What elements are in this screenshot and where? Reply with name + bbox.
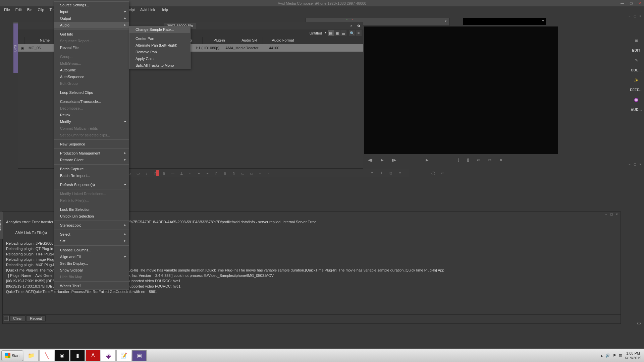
menu-bin[interactable]: Bin	[24, 7, 35, 12]
tl-record-icon[interactable]: ◯	[430, 170, 436, 176]
tray-flag-icon[interactable]: ⚑	[613, 353, 616, 358]
close-button[interactable]: ✕	[635, 0, 644, 6]
timeline-close-icon[interactable]: ×	[638, 162, 643, 167]
tl-btn-2[interactable]: ▭	[135, 170, 141, 176]
panel-close-icon[interactable]: ×	[638, 14, 643, 18]
mark-clip-icon[interactable]: ][	[467, 158, 469, 162]
effects-workspace-icon[interactable]: ✨	[633, 77, 640, 83]
submenuitem-center-pan[interactable]: Center Pan	[129, 35, 190, 42]
menuitem-unlock-bin-selection[interactable]: Unlock Bin Selection	[54, 213, 129, 220]
task-terminal-icon[interactable]: ▮	[70, 350, 85, 361]
menuitem-new-sequence[interactable]: New Sequence	[54, 141, 129, 147]
tl-btn-6[interactable]: —	[170, 170, 176, 176]
play2-icon[interactable]: ▶	[426, 158, 428, 162]
menuitem-input[interactable]: Input	[54, 8, 129, 15]
tl-btn-13[interactable]: ▯	[231, 170, 237, 176]
tl-btn-9[interactable]: ⌐	[196, 170, 202, 176]
tl-rbtn-4[interactable]: ≡	[397, 170, 403, 176]
play-icon[interactable]: ▶	[381, 158, 383, 162]
tl-btn-5[interactable]: ▯	[161, 170, 167, 176]
submenuitem-alternate-pan-left-right[interactable]: Alternate Pan (Left-Right)	[129, 42, 190, 49]
task-app3-icon[interactable]: ◉	[55, 350, 69, 361]
bin-search-icon[interactable]: 🔍	[349, 30, 355, 36]
bin-frameview-icon[interactable]: ▦	[334, 30, 340, 36]
menuitem-align-and-fill[interactable]: Align and Fill	[54, 253, 129, 260]
menuitem-consolidate-transcode[interactable]: Consolidate/Transcode...	[54, 98, 129, 105]
bin-column-audio-sr[interactable]: Audio SR	[236, 37, 263, 44]
console-min-icon[interactable]: −	[604, 212, 608, 217]
menuitem-lock-bin-selection[interactable]: Lock Bin Selection	[54, 206, 129, 213]
menuitem-set-bin-display[interactable]: Set Bin Display...	[54, 260, 129, 267]
mark-out-icon[interactable]: ▭	[477, 158, 480, 162]
task-app2-icon[interactable]: ╲	[39, 350, 54, 361]
tl-rbtn-1[interactable]: ↥	[369, 170, 375, 176]
bin-settings-icon[interactable]: ✿	[356, 24, 362, 28]
bin-textview-icon[interactable]: ▤	[328, 30, 334, 36]
minimize-button[interactable]: —	[618, 0, 627, 6]
menuitem-batch-re-import[interactable]: Batch Re-import...	[54, 172, 129, 179]
tray-clock[interactable]: 1:08 PM 6/19/2019	[625, 351, 641, 360]
menuitem-source-settings[interactable]: Source Settings...	[54, 2, 129, 8]
menuitem-sift[interactable]: Sift	[54, 238, 129, 244]
clear-marks-icon[interactable]: ✂	[488, 158, 491, 162]
timeline-max-icon[interactable]: ▢	[633, 162, 637, 167]
tl-rbtn-2[interactable]: ↧	[378, 170, 384, 176]
audio-workspace-label[interactable]: AUD...	[631, 108, 642, 112]
tray-expand-icon[interactable]: ▴	[601, 353, 603, 358]
bin-view-preset-dropdown[interactable]: Untitled	[307, 31, 327, 36]
tl-btn-3[interactable]: ↓	[144, 170, 150, 176]
console-close-icon[interactable]: ×	[614, 212, 619, 217]
menuitem-choose-columns[interactable]: Choose Columns...	[54, 247, 129, 253]
menuitem-modify[interactable]: Modify	[54, 118, 129, 125]
menuitem-get-info[interactable]: Get Info	[54, 31, 129, 38]
menu-edit[interactable]: Edit	[13, 7, 24, 12]
record-monitor-dropdown[interactable]	[463, 18, 547, 25]
submenuitem-change-sample-rate[interactable]: Change Sample Rate...	[129, 26, 190, 33]
tl-btn-8[interactable]: ○	[187, 170, 193, 176]
bin-scriptview-icon[interactable]: ☰	[340, 30, 346, 36]
bin-menu-icon[interactable]: ≡	[356, 30, 362, 36]
menu-file[interactable]: File	[1, 7, 13, 12]
submenuitem-split-all-tracks-to-mono[interactable]: Split All Tracks to Mono	[129, 62, 190, 69]
menuitem-relink[interactable]: Relink...	[54, 112, 129, 118]
task-notepad-icon[interactable]: 📝	[116, 350, 131, 361]
tl-btn-14[interactable]: ▭	[239, 170, 246, 176]
console-max-icon[interactable]: ▢	[609, 212, 614, 217]
extract-icon[interactable]: ✕	[499, 158, 502, 162]
menuitem-output[interactable]: Output	[54, 15, 129, 22]
menuitem-audio[interactable]: Audio	[54, 22, 129, 28]
console-sidebar-label[interactable]: Console	[0, 212, 3, 239]
bin-column-audio-format[interactable]: Audio Format	[263, 37, 303, 44]
task-avid-icon[interactable]: ▣	[132, 350, 147, 361]
tl-rbtn-3[interactable]: ⊡	[388, 170, 394, 176]
tl-tag-icon[interactable]: ▭	[439, 170, 445, 176]
console-clear-button[interactable]: Clear	[9, 315, 25, 321]
start-button[interactable]: Start	[1, 350, 23, 361]
menuitem-what-s-this[interactable]: What's This?	[54, 283, 129, 289]
tl-btn-12[interactable]: ▯	[222, 170, 228, 176]
panel-sq-icon[interactable]: ▢	[633, 14, 637, 18]
bin-column-blank[interactable]	[18, 37, 25, 44]
tl-btn-15[interactable]: ▭	[248, 170, 254, 176]
edit-workspace-icon[interactable]: ⊞	[633, 37, 640, 44]
menu-avid-link[interactable]: Avid Link	[138, 7, 158, 12]
audio-workspace-icon[interactable]: ♒	[633, 97, 640, 103]
bin-column-plug-in[interactable]: Plug-in	[203, 37, 236, 44]
tl-btn-16[interactable]: ▫	[257, 170, 263, 176]
task-vs-icon[interactable]: ◈	[101, 350, 116, 361]
tl-btn-10[interactable]: ⌐	[205, 170, 211, 176]
menuitem-production-management[interactable]: Production Management	[54, 150, 129, 157]
menuitem-show-sidebar[interactable]: Show Sidebar	[54, 267, 129, 274]
tray-volume-icon[interactable]: 🔊	[605, 353, 610, 358]
color-workspace-label[interactable]: COL...	[631, 68, 642, 72]
tl-btn-11[interactable]: ▯	[213, 170, 219, 176]
menuitem-stereoscopic[interactable]: Stereoscopic	[54, 222, 129, 229]
tray-network-icon[interactable]: ▥	[619, 353, 622, 358]
menuitem-reveal-file[interactable]: Reveal File	[54, 44, 129, 51]
mark-in-icon[interactable]: [	[458, 158, 459, 162]
panel-minus-icon[interactable]: −	[627, 14, 632, 18]
edit-workspace-label[interactable]: EDIT	[632, 49, 641, 52]
console-checkbox[interactable]	[4, 316, 9, 321]
color-workspace-icon[interactable]: ✎	[633, 57, 640, 64]
menuitem-select[interactable]: Select	[54, 231, 129, 238]
